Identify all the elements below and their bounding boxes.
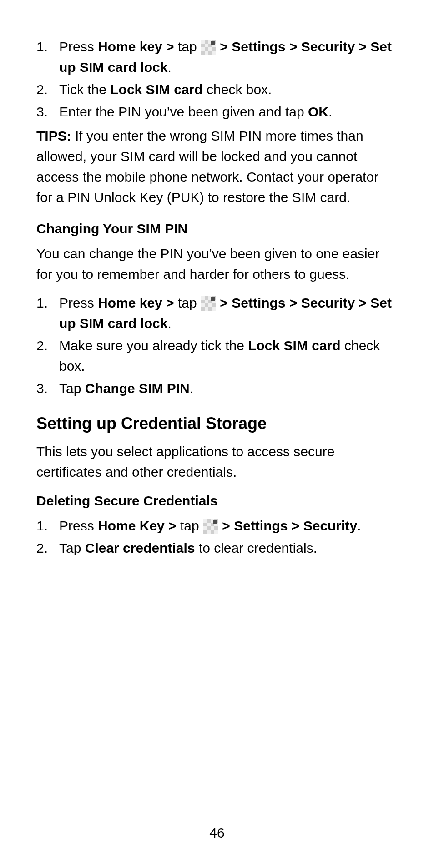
text-bold: > Settings > Security [218, 518, 357, 533]
text-bold: Lock SIM card [248, 338, 340, 353]
apps-grid-icon [201, 40, 216, 55]
step-number: 2. [36, 538, 59, 558]
subheading-delete-credentials: Deleting Secure Credentials [36, 490, 398, 511]
subheading-change-sim-pin: Changing Your SIM PIN [36, 218, 398, 239]
page-number: 46 [0, 825, 434, 841]
list-item: 3. Tap Change SIM PIN. [36, 378, 398, 399]
paragraph: You can change the PIN you’ve been given… [36, 243, 398, 284]
tips-label: TIPS: [36, 128, 71, 143]
list-item: 2. Tap Clear credentials to clear creden… [36, 538, 398, 558]
text-segment: Make sure you already tick the [59, 338, 248, 353]
text-segment: check box. [203, 82, 272, 97]
list-item: 1. Press Home key > tap > Settings > Sec… [36, 36, 398, 77]
step-body: Tick the Lock SIM card check box. [59, 79, 398, 100]
list-item: 1. Press Home key > tap > Settings > Sec… [36, 293, 398, 333]
text-segment: Tick the [59, 82, 110, 97]
list-item: 3. Enter the PIN you’ve been given and t… [36, 101, 398, 122]
text-segment: . [167, 316, 171, 331]
text-segment: Tap [59, 540, 85, 555]
text-segment: Tap [59, 381, 85, 396]
text-segment: Enter the PIN you’ve been given and tap [59, 104, 308, 119]
step-body: Tap Clear credentials to clear credentia… [59, 538, 398, 558]
text-bold: OK [308, 104, 328, 119]
text-segment: to clear credentials. [195, 540, 317, 555]
steps-list-change-pin: 1. Press Home key > tap > Settings > Sec… [36, 293, 398, 399]
apps-grid-icon [201, 296, 216, 311]
tips-paragraph: TIPS: If you enter the wrong SIM PIN mor… [36, 126, 398, 207]
step-body: Tap Change SIM PIN. [59, 378, 398, 399]
section-heading-credential-storage: Setting up Credential Storage [36, 411, 398, 436]
text-segment: tap [178, 39, 201, 54]
step-number: 2. [36, 79, 59, 100]
step-number: 1. [36, 515, 59, 536]
text-segment: . [190, 381, 193, 396]
step-number: 3. [36, 378, 59, 399]
step-body: Press Home Key > tap > Settings > Securi… [59, 515, 398, 536]
apps-grid-icon [203, 519, 218, 534]
text-segment: Press [59, 518, 98, 533]
tips-text: If you enter the wrong SIM PIN more time… [36, 128, 378, 205]
list-item: 1. Press Home Key > tap > Settings > Sec… [36, 515, 398, 536]
list-item: 2. Tick the Lock SIM card check box. [36, 79, 398, 100]
paragraph: This lets you select applications to acc… [36, 441, 398, 482]
page-content: 1. Press Home key > tap > Settings > Sec… [36, 36, 398, 558]
step-number: 2. [36, 335, 59, 356]
step-number: 1. [36, 293, 59, 313]
text-bold: Home Key > [98, 518, 180, 533]
text-bold: Lock SIM card [110, 82, 202, 97]
text-segment: Press [59, 39, 98, 54]
text-segment: . [357, 518, 361, 533]
text-bold: Clear credentials [85, 540, 195, 555]
text-segment: Press [59, 295, 98, 310]
text-bold: Home key > [98, 39, 178, 54]
list-item: 2. Make sure you already tick the Lock S… [36, 335, 398, 376]
steps-list-delete-credentials: 1. Press Home Key > tap > Settings > Sec… [36, 515, 398, 558]
text-segment: tap [178, 295, 201, 310]
step-number: 3. [36, 101, 59, 122]
text-segment: . [167, 60, 171, 75]
text-bold: Change SIM PIN [85, 381, 190, 396]
text-bold: Home key > [98, 295, 178, 310]
step-body: Press Home key > tap > Settings > Securi… [59, 36, 398, 77]
text-segment: tap [180, 518, 203, 533]
document-page: 1. Press Home key > tap > Settings > Sec… [0, 0, 434, 868]
step-number: 1. [36, 36, 59, 57]
step-body: Press Home key > tap > Settings > Securi… [59, 293, 398, 333]
text-segment: . [328, 104, 332, 119]
steps-list-sim-lock: 1. Press Home key > tap > Settings > Sec… [36, 36, 398, 122]
step-body: Enter the PIN you’ve been given and tap … [59, 101, 398, 122]
step-body: Make sure you already tick the Lock SIM … [59, 335, 398, 376]
